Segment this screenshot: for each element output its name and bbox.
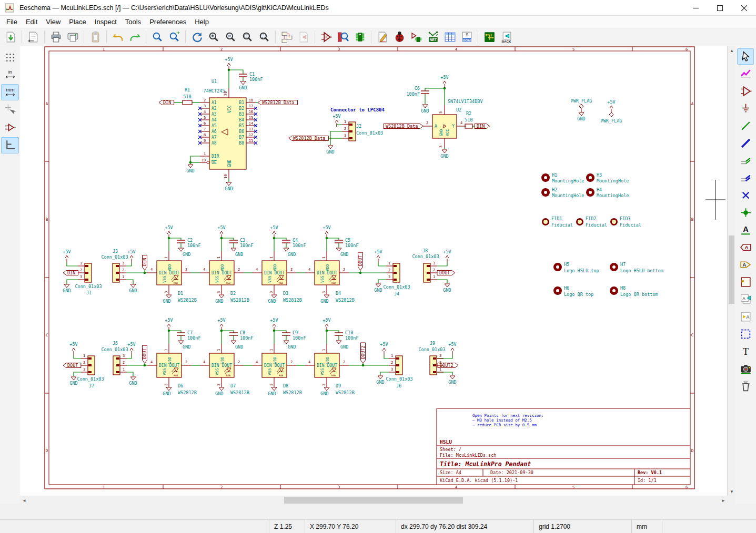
menu-tools[interactable]: Tools — [121, 17, 145, 27]
annotate-button[interactable] — [375, 29, 390, 45]
place-sheet-pin-button[interactable]: A — [737, 309, 754, 325]
place-text-button[interactable]: T — [737, 343, 754, 360]
component-C6[interactable]: C6100nF — [406, 86, 429, 97]
connector-J3[interactable]: 321J3Conn_01x03 — [101, 249, 128, 282]
fiducial-FID1[interactable]: FID1Fiducial — [543, 216, 573, 228]
component-D3[interactable]: 4DIN2DOUT1VDD3VSSRGB+5VC4100nFGNDGNDD3WS… — [253, 225, 306, 304]
wire-to-bus-entry-button[interactable] — [737, 152, 754, 169]
connector-J5[interactable]: 321J5Conn_01x03 — [101, 341, 128, 375]
menu-place[interactable]: Place — [65, 17, 90, 27]
vertical-scroll-thumb[interactable] — [729, 235, 734, 304]
wires[interactable] — [67, 70, 475, 376]
global-label-DOUT-vertical[interactable]: DOUT — [358, 252, 363, 270]
global-label-WS2812B_Data[interactable]: WS2812B_Data — [384, 124, 423, 129]
plot-button[interactable] — [65, 29, 80, 45]
component-D9[interactable]: 4DIN2DOUT1VDD3VSSRGB+5VC10100nFGNDGNDD9W… — [305, 317, 359, 396]
global-label-WS2812B_Data[interactable]: WS2812B_Data — [258, 100, 297, 105]
global-label-DIN[interactable]: DIN — [63, 270, 78, 275]
connector-J7[interactable]: 123J7Conn_01x03 — [77, 354, 104, 389]
mounting-hole-H4[interactable]: H4MountingHole — [588, 187, 629, 198]
vertical-scrollbar[interactable]: ▲ ▼ — [728, 46, 735, 496]
fiducial-FID2[interactable]: FID2Fiducial — [577, 216, 607, 228]
select-tool-button[interactable] — [737, 48, 754, 65]
fiducial-FID3[interactable]: FID3Fiducial — [611, 216, 641, 228]
connector-J9[interactable]: 321J9Conn_01x03 — [418, 341, 445, 375]
global-label-DIN-vertical[interactable]: DIN — [142, 255, 147, 270]
delete-tool-button[interactable] — [737, 378, 754, 394]
place-bus-button[interactable] — [737, 135, 754, 151]
global-label-DOUT[interactable]: DOUT — [437, 270, 455, 275]
place-graphic-line-button[interactable] — [737, 326, 754, 342]
zoom-out-button[interactable] — [223, 29, 238, 45]
hierarchy-navigator-button[interactable] — [279, 29, 295, 45]
scroll-left-arrow[interactable]: ◄ — [20, 496, 28, 505]
logo-H7[interactable]: H7Logo HSLU bottom — [611, 262, 663, 273]
place-power-port-button[interactable] — [737, 100, 754, 117]
cursor-shape-button[interactable] — [1, 102, 19, 118]
logo-H8[interactable]: H8Logo QR bottom — [611, 285, 658, 297]
fields-table-button[interactable] — [442, 29, 458, 45]
zoom-in-button[interactable] — [206, 29, 221, 45]
place-net-label-button[interactable]: A — [737, 222, 754, 238]
minimize-button[interactable] — [683, 0, 708, 16]
component-D8[interactable]: 4DIN2DOUT1VDD3VSSRGB+5VC9100nFGNDGNDD8WS… — [253, 317, 306, 396]
save-schematic-button[interactable] — [3, 29, 18, 45]
component-D7[interactable]: 4DIN2DOUT1VDD3VSSRGB+5VC8100nFGNDGNDD7WS… — [200, 317, 254, 396]
menu-preferences[interactable]: Preferences — [145, 17, 190, 27]
open-pcbnew-button[interactable] — [481, 29, 497, 45]
symbol-editor-button[interactable] — [318, 29, 334, 45]
scroll-right-arrow[interactable]: ► — [719, 496, 728, 505]
schematic-drawing[interactable]: 112233445566AABBCCDDOpen Points for next… — [20, 46, 728, 496]
place-no-connect-button[interactable] — [737, 187, 754, 203]
scroll-down-arrow[interactable]: ▼ — [728, 487, 735, 496]
units-mm-button[interactable]: mm — [1, 84, 19, 100]
undo-button[interactable] — [110, 29, 126, 45]
component-D2[interactable]: 4DIN2DOUT1VDD3VSSRGB+5VC3100nFGNDGNDD2WS… — [200, 225, 254, 304]
erc-button[interactable] — [391, 29, 407, 45]
zoom-fit-button[interactable] — [239, 29, 255, 45]
place-image-button[interactable] — [737, 361, 754, 377]
pwr-flag-1[interactable]: PWR_FLAGGND — [571, 98, 592, 121]
close-button[interactable] — [732, 0, 756, 16]
component-D6[interactable]: 4DIN2DOUT1VDD3VSSRGB+5VC7100nFGNDGNDD6WS… — [147, 317, 201, 396]
global-label-DIN[interactable]: DIN — [159, 100, 174, 105]
symbol-browser-button[interactable] — [335, 29, 351, 45]
import-pcb-changes-button[interactable]: BACK — [498, 29, 514, 45]
mounting-hole-H3[interactable]: H3MountingHole — [588, 172, 629, 183]
horizontal-scrollbar[interactable]: ◄ ► — [20, 496, 728, 504]
component-U2[interactable]: SN74LV1T34DBVU22A4Y5VCC3GND — [423, 99, 483, 148]
connector-J2[interactable]: 123J2Conn_01x03 — [342, 120, 383, 141]
place-hierarchical-label-button[interactable]: A — [737, 257, 754, 273]
connector-J4[interactable]: 123J4Conn_01x03 — [383, 261, 410, 297]
place-global-label-button[interactable]: A — [737, 239, 754, 255]
global-label-DOUT[interactable]: DOUT — [63, 363, 81, 368]
mounting-hole-H1[interactable]: H1MountingHole — [543, 172, 584, 183]
global-label-DOUT2-vertical[interactable]: DOUT2 — [360, 343, 366, 363]
horizontal-scroll-thumb[interactable] — [284, 497, 463, 504]
component-D4[interactable]: 4DIN2DOUT1VDD3VSSRGB+5VC5100nFGNDGNDD4WS… — [305, 225, 359, 304]
mounting-hole-H2[interactable]: H2MountingHole — [543, 187, 584, 198]
component-R2[interactable]: R2510 — [465, 111, 472, 128]
component-U1[interactable]: U174HCT2452A13A24A35A46A57A68A79A818B117… — [198, 79, 257, 179]
scroll-up-arrow[interactable]: ▲ — [728, 46, 735, 55]
redo-button[interactable] — [127, 29, 143, 45]
assign-footprints-button[interactable] — [408, 29, 424, 45]
place-symbol-button[interactable] — [737, 83, 754, 99]
component-C1[interactable]: C1100nF — [239, 71, 263, 82]
leave-sheet-button[interactable] — [296, 29, 311, 45]
bus-to-bus-entry-button[interactable] — [737, 170, 754, 186]
menu-edit[interactable]: Edit — [22, 17, 42, 27]
highlight-net-button[interactable] — [737, 66, 754, 82]
logo-H6[interactable]: H6Logo QR top — [555, 285, 594, 297]
menu-help[interactable]: Help — [190, 17, 213, 27]
maximize-button[interactable] — [708, 0, 732, 16]
refresh-view-button[interactable] — [189, 29, 205, 45]
power-ports-5v[interactable]: +5V+5V+5V+5V+5V+5V+5V+5V+5V+5V+5V — [63, 57, 456, 355]
logo-H5[interactable]: H5Logo HSLU top — [555, 262, 599, 273]
hv-orientation-button[interactable] — [1, 137, 19, 153]
units-inch-button[interactable]: in — [1, 66, 19, 83]
import-sheet-pin-button[interactable]: A — [737, 291, 754, 308]
component-D1[interactable]: 4DIN2DOUT1VDD3VSSRGB+5VC2100nFGNDGNDD1WS… — [147, 225, 201, 304]
menu-file[interactable]: File — [2, 17, 22, 27]
show-hidden-pins-button[interactable] — [1, 119, 19, 136]
